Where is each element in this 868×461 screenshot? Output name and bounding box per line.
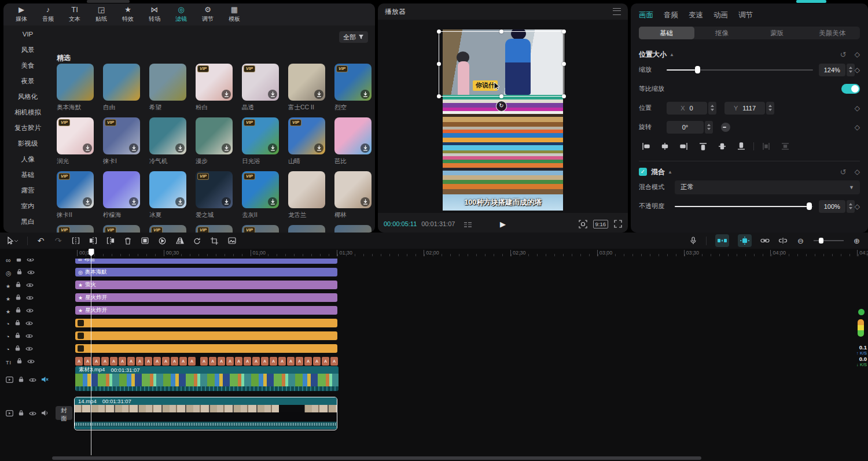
download-icon[interactable]: [175, 143, 185, 153]
text-segment[interactable]: A: [235, 357, 242, 366]
text-segment[interactable]: A: [313, 357, 321, 366]
download-icon[interactable]: [268, 143, 277, 153]
subtab-抠像[interactable]: 抠像: [694, 27, 750, 39]
magnetic-snap-button[interactable]: [715, 234, 729, 247]
opacity-value[interactable]: 100%: [819, 200, 845, 213]
sticker-track-clip[interactable]: [75, 319, 337, 327]
delete-button[interactable]: [123, 235, 132, 246]
filter-card[interactable]: VIP日光浴: [242, 117, 288, 171]
sidebar-item-复古胶片[interactable]: 复古胶片: [3, 120, 52, 136]
download-icon[interactable]: [314, 90, 323, 99]
time-ruler[interactable]: 00:0000:3001:0001:3002:0002:3003:0003:30…: [0, 249, 868, 259]
text-segment[interactable]: A: [261, 357, 269, 366]
lock-icon[interactable]: [15, 293, 21, 303]
select-tool-button[interactable]: [7, 235, 19, 246]
text-segment[interactable]: A: [153, 357, 161, 366]
text-segment[interactable]: A: [110, 357, 117, 366]
tab-动画[interactable]: 动画: [713, 10, 728, 20]
text-segment[interactable]: A: [226, 357, 234, 366]
eye-icon[interactable]: [27, 267, 35, 278]
sidebar-item-风格化[interactable]: 风格化: [3, 89, 52, 105]
redo-button[interactable]: ↷: [54, 235, 62, 246]
reset-icon[interactable]: ↺: [840, 50, 847, 59]
download-icon[interactable]: [83, 197, 92, 206]
effect-track-clip[interactable]: ★星火炸开: [75, 293, 337, 302]
text-segment[interactable]: A: [101, 357, 109, 366]
tab-调节[interactable]: 调节: [738, 10, 753, 20]
toolbar-item-sticker[interactable]: ◲贴纸: [89, 6, 113, 23]
text-segment[interactable]: A: [244, 357, 251, 366]
position-keyframe-icon[interactable]: ◇: [855, 104, 860, 112]
text-segment[interactable]: A: [127, 357, 135, 366]
fullscreen-icon[interactable]: [614, 220, 622, 228]
scale-keyframe-icon[interactable]: ◇: [855, 66, 860, 74]
unlink-button[interactable]: [778, 235, 788, 246]
uniform-scale-toggle[interactable]: [841, 84, 860, 94]
position-x-stepper[interactable]: [708, 102, 716, 115]
blend-collapse-caret-icon[interactable]: ▲: [668, 169, 672, 175]
cover-button[interactable]: 封面: [56, 406, 72, 420]
video-preview[interactable]: 你说什 100种方块搭建而成的塔: [443, 29, 563, 211]
video-clip-material3[interactable]: 素材3.mp4 00:01:31:07: [75, 366, 339, 391]
text-segment[interactable]: A: [188, 357, 196, 366]
lock-icon[interactable]: [18, 375, 24, 385]
rotate-button[interactable]: [193, 235, 201, 246]
filter-card[interactable]: VIP徕卡I: [103, 117, 149, 171]
filter-card[interactable]: 椰林: [334, 171, 375, 225]
eye-icon[interactable]: [26, 293, 34, 303]
filter-card[interactable]: VIP粉白: [196, 64, 242, 117]
horizontal-scrollbar[interactable]: [52, 456, 701, 460]
filter-card[interactable]: VIP爱之城: [196, 171, 242, 225]
tab-画面[interactable]: 画面: [639, 10, 653, 20]
download-icon[interactable]: [361, 143, 370, 153]
delete-left-button[interactable]: [89, 235, 97, 246]
mirror-button[interactable]: [175, 235, 184, 246]
tab-变速[interactable]: 变速: [689, 10, 703, 20]
filter-card[interactable]: VIP去灰II: [242, 171, 288, 225]
record-voiceover-button[interactable]: [689, 235, 697, 246]
toolbar-item-effects[interactable]: ★特效: [116, 6, 140, 23]
speaker-mute-icon[interactable]: [41, 375, 49, 385]
player-menu-icon[interactable]: [613, 8, 621, 15]
eye-icon[interactable]: [25, 344, 33, 354]
scale-stepper[interactable]: [847, 64, 855, 76]
filter-card[interactable]: 奥本海默: [57, 64, 103, 117]
toolbar-item-transition[interactable]: ⋈转场: [142, 6, 167, 23]
sticker-track-clip[interactable]: [75, 344, 337, 353]
effect-track-clip[interactable]: ★星火炸开: [75, 306, 337, 315]
filter-card[interactable]: 自由: [103, 64, 149, 117]
filter-card[interactable]: 冷气机: [149, 117, 196, 171]
text-segment[interactable]: A: [304, 357, 312, 366]
zoom-slider-button[interactable]: [814, 235, 844, 246]
align-bottom-icon[interactable]: [734, 142, 748, 152]
text-segment[interactable]: A: [270, 357, 277, 366]
text-segment[interactable]: A: [209, 357, 216, 366]
eye-icon[interactable]: [25, 318, 33, 329]
lock-icon[interactable]: [14, 331, 21, 341]
blend-reset-icon[interactable]: ↺: [840, 168, 847, 176]
sticker-track-clip[interactable]: [75, 331, 337, 340]
resize-handle-nw[interactable]: [437, 29, 441, 34]
filter-card[interactable]: 柠檬海: [103, 171, 149, 225]
scale-value[interactable]: 124%: [819, 64, 845, 76]
text-track-segments[interactable]: AAAAAAAAAAAAAAAAAAAAAAAAAAAAAA: [75, 357, 339, 366]
subtab-蒙版[interactable]: 蒙版: [749, 27, 805, 39]
text-segment[interactable]: A: [119, 357, 126, 366]
text-segment[interactable]: A: [296, 357, 303, 366]
lock-icon[interactable]: [14, 344, 21, 354]
filter-card[interactable]: 希望: [149, 64, 196, 117]
download-icon[interactable]: [175, 197, 185, 206]
crop-button[interactable]: [210, 235, 219, 246]
sidebar-item-影视级[interactable]: 影视级: [3, 136, 52, 152]
eye-icon[interactable]: [26, 305, 34, 316]
rotate-handle[interactable]: ↻: [496, 101, 507, 112]
text-segment[interactable]: A: [136, 357, 144, 366]
download-icon[interactable]: [222, 90, 231, 99]
text-segment[interactable]: A: [171, 357, 178, 366]
scale-slider[interactable]: [667, 66, 813, 73]
subtab-基础[interactable]: 基础: [639, 27, 694, 39]
position-y-stepper[interactable]: [766, 102, 774, 115]
playhead-line[interactable]: [91, 249, 91, 455]
rotate-dial[interactable]: [721, 123, 730, 132]
sidebar-item-室内[interactable]: 室内: [3, 198, 52, 214]
